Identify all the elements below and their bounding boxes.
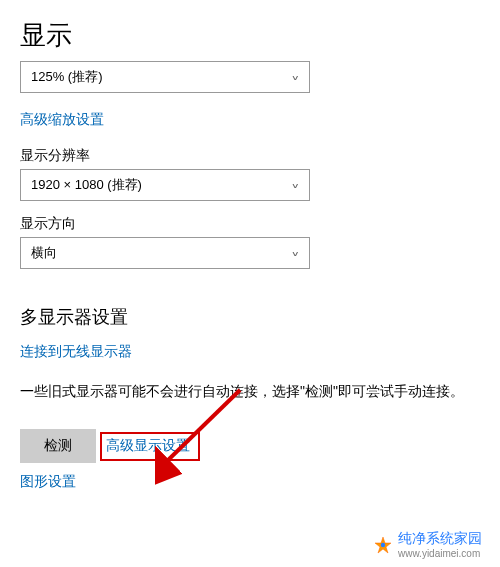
multi-display-description: 一些旧式显示器可能不会进行自动连接，选择"检测"即可尝试手动连接。	[20, 381, 480, 402]
page-title: 显示	[20, 18, 480, 53]
detect-button[interactable]: 检测	[20, 429, 96, 463]
resolution-dropdown-value: 1920 × 1080 (推荐)	[31, 176, 142, 194]
advanced-scaling-link[interactable]: 高级缩放设置	[20, 111, 104, 129]
footer-logo-icon	[374, 536, 392, 554]
footer-url: www.yidaimei.com	[398, 548, 482, 559]
chevron-down-icon: ∨	[291, 73, 299, 81]
connect-wireless-display-link[interactable]: 连接到无线显示器	[20, 343, 132, 361]
orientation-label: 显示方向	[20, 215, 480, 233]
orientation-dropdown-value: 横向	[31, 244, 57, 262]
multi-display-title: 多显示器设置	[20, 305, 480, 329]
resolution-label: 显示分辨率	[20, 147, 480, 165]
graphics-settings-link[interactable]: 图形设置	[20, 473, 76, 491]
svg-point-2	[381, 542, 385, 546]
chevron-down-icon: ∨	[291, 181, 299, 189]
orientation-dropdown[interactable]: 横向 ∨	[20, 237, 310, 269]
scale-dropdown[interactable]: 125% (推荐) ∨	[20, 61, 310, 93]
footer-brand-text: 纯净系统家园	[398, 530, 482, 548]
scale-dropdown-value: 125% (推荐)	[31, 68, 103, 86]
resolution-dropdown[interactable]: 1920 × 1080 (推荐) ∨	[20, 169, 310, 201]
advanced-display-highlight: 高级显示设置	[100, 432, 200, 461]
chevron-down-icon: ∨	[291, 249, 299, 257]
advanced-display-settings-link[interactable]: 高级显示设置	[106, 437, 190, 455]
footer-brand: 纯净系统家园 www.yidaimei.com	[374, 530, 482, 559]
